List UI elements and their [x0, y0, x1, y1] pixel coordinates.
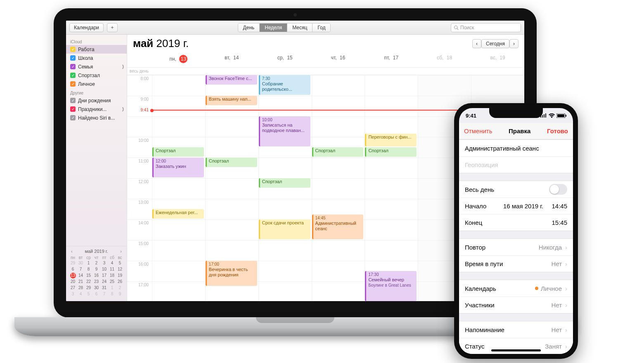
calendar-event[interactable]: 17:00Вечеринка в честь дня рождения — [206, 261, 257, 286]
seg-week[interactable]: Неделя — [260, 24, 287, 32]
grid-cell[interactable] — [258, 158, 312, 178]
repeat-row[interactable]: ПовторНикогда› — [459, 239, 573, 255]
calendar-checkbox[interactable]: ✓ — [70, 73, 76, 78]
mini-day[interactable]: 30 — [77, 260, 84, 266]
mini-prev[interactable]: ‹ — [69, 249, 74, 254]
grid-cell[interactable] — [365, 178, 418, 199]
grid-cell[interactable] — [258, 261, 312, 281]
grid-cell[interactable] — [258, 199, 312, 219]
calendar-checkbox[interactable]: ✓ — [70, 55, 76, 61]
grid-cell[interactable] — [152, 96, 205, 116]
grid-cell[interactable] — [365, 96, 418, 116]
mini-day[interactable]: 10 — [101, 266, 108, 272]
calendar-event[interactable]: 7:30Собрание родительско... — [259, 75, 310, 95]
mini-day[interactable]: 8 — [109, 291, 116, 297]
grid-cell[interactable] — [312, 96, 365, 116]
mini-day[interactable]: 9 — [116, 291, 123, 297]
mini-day[interactable]: 6 — [69, 266, 76, 272]
mini-day[interactable]: 24 — [101, 279, 108, 285]
mini-day[interactable]: 8 — [85, 266, 92, 272]
mini-day[interactable]: 26 — [116, 279, 123, 285]
grid-cell[interactable] — [205, 137, 258, 158]
calendar-event[interactable]: Спортзал — [365, 147, 417, 157]
end-row[interactable]: Конец15:45 — [459, 214, 573, 231]
day-header[interactable]: чт, 16 — [312, 51, 365, 67]
alert-row[interactable]: НапоминаниеНет› — [459, 321, 573, 338]
mini-day[interactable]: 2 — [93, 260, 100, 266]
mini-day[interactable]: 29 — [85, 285, 92, 291]
calendar-event[interactable]: Переговоры с фин... — [365, 134, 417, 147]
sidebar-calendar-item[interactable]: ✓Личное — [66, 80, 127, 88]
sidebar-calendar-item[interactable]: ✓Праздники...))) — [66, 105, 127, 113]
search-field[interactable]: Поиск — [451, 23, 521, 32]
sidebar-calendar-item[interactable]: ✓Школа — [66, 54, 127, 62]
grid-cell[interactable] — [418, 75, 471, 96]
calendars-button[interactable]: Календари — [69, 23, 104, 32]
calendar-event[interactable]: 17:30Семейный вечерБоулинг в Great Lanes — [365, 271, 417, 301]
sidebar-calendar-item[interactable]: ✓Спортзал — [66, 71, 127, 80]
grid-cell[interactable] — [312, 116, 365, 137]
cancel-button[interactable]: Отменить — [464, 127, 492, 134]
calendar-checkbox[interactable]: ✓ — [70, 47, 76, 52]
grid-cell[interactable] — [152, 281, 205, 301]
seg-day[interactable]: День — [238, 24, 260, 32]
mini-day[interactable]: 30 — [93, 285, 100, 291]
grid-cell[interactable] — [312, 178, 365, 199]
grid-cell[interactable] — [258, 96, 312, 116]
grid-cell[interactable] — [152, 116, 205, 137]
mini-day[interactable]: 14 — [77, 273, 84, 278]
mini-day[interactable]: 20 — [69, 279, 76, 285]
calendar-row[interactable]: КалендарьЛичное› — [459, 280, 573, 297]
mini-day[interactable]: 1 — [109, 285, 116, 291]
event-title-field[interactable]: Административный сеанс — [459, 140, 573, 156]
calendar-event[interactable]: Спортзал — [206, 158, 257, 167]
day-header[interactable]: пн, 13 — [152, 51, 205, 67]
calendar-event[interactable]: Звонок FaceTime с... — [206, 75, 257, 85]
mini-day[interactable]: 3 — [69, 291, 76, 297]
mini-day[interactable]: 21 — [77, 279, 84, 285]
mini-day[interactable]: 7 — [77, 266, 84, 272]
mini-day[interactable]: 15 — [85, 273, 92, 278]
today-button[interactable]: Сегодня — [481, 39, 509, 48]
grid-cell[interactable] — [312, 281, 365, 301]
grid-cell[interactable] — [365, 199, 418, 219]
grid-cell[interactable] — [365, 158, 418, 178]
mini-day[interactable]: 2 — [116, 285, 123, 291]
calendar-checkbox[interactable]: ✓ — [70, 64, 76, 69]
home-indicator[interactable] — [491, 349, 541, 351]
mini-day[interactable]: 22 — [85, 279, 92, 285]
calendar-event[interactable]: Срок сдачи проекта — [259, 219, 310, 239]
event-location-field[interactable]: Геопозиция — [459, 156, 573, 173]
day-header[interactable]: ср, 15 — [258, 51, 312, 67]
day-header[interactable]: пт, 17 — [365, 51, 418, 67]
mini-day[interactable]: 16 — [93, 273, 100, 278]
mini-next[interactable]: › — [118, 249, 123, 254]
mini-day[interactable]: 23 — [93, 279, 100, 285]
grid-cell[interactable] — [312, 261, 365, 281]
mini-day[interactable]: 12 — [116, 266, 123, 272]
grid-cell[interactable] — [152, 240, 205, 261]
mini-day[interactable]: 4 — [109, 260, 116, 266]
grid-cell[interactable] — [152, 261, 205, 281]
travel-row[interactable]: Время в путиНет› — [459, 255, 573, 272]
calendar-checkbox[interactable]: ✓ — [70, 115, 76, 120]
calendar-event[interactable]: 14:45Административный сеанс — [312, 214, 364, 240]
grid-cell[interactable] — [258, 281, 312, 301]
mini-day[interactable]: 4 — [77, 291, 84, 297]
mini-day[interactable]: 28 — [77, 285, 84, 291]
day-header[interactable]: вт, 14 — [205, 51, 258, 67]
allday-switch[interactable] — [549, 184, 567, 195]
mini-day[interactable]: 9 — [93, 266, 100, 272]
day-header[interactable]: сб, 18 — [418, 51, 471, 67]
grid-cell[interactable] — [205, 199, 258, 219]
mini-day[interactable]: 13 — [70, 273, 76, 278]
calendar-event[interactable]: 12:00Заказать ужин — [152, 158, 204, 177]
mini-day[interactable]: 11 — [109, 266, 116, 272]
mini-day[interactable]: 31 — [101, 285, 108, 291]
day-header[interactable]: вс, 19 — [471, 51, 524, 67]
calendar-event[interactable]: Взять машину нап... — [206, 96, 257, 105]
mini-day[interactable]: 1 — [85, 260, 92, 266]
invitees-row[interactable]: УчастникиНет› — [459, 297, 573, 313]
mini-day[interactable]: 5 — [116, 260, 123, 266]
mini-day[interactable]: 29 — [69, 260, 76, 266]
